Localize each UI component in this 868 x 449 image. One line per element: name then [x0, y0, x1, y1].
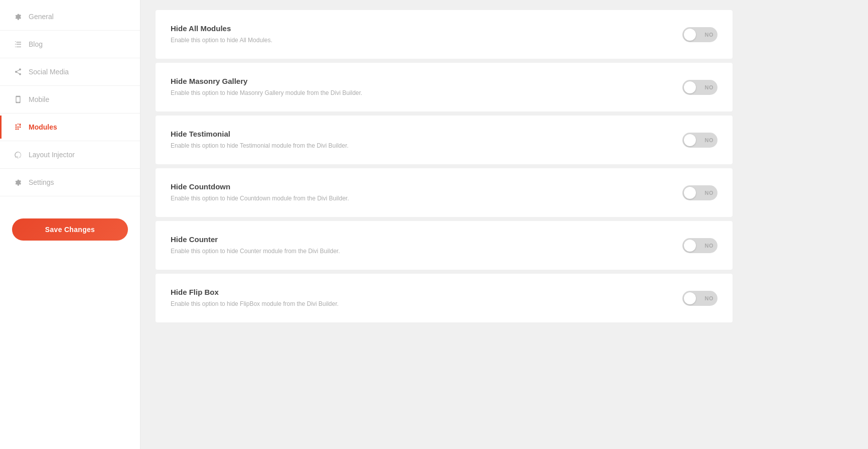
- sidebar-item-label: General: [29, 13, 54, 21]
- gear-icon: [14, 12, 23, 21]
- sidebar-item-label: Modules: [29, 123, 57, 131]
- right-panel: [748, 0, 868, 449]
- sidebar-divider-1: [0, 30, 140, 31]
- settings-icon: [14, 178, 23, 187]
- toggle-knob-hide-all-modules: [684, 29, 696, 41]
- module-desc-hide-testimonial: Enable this option to hide Testimonial m…: [171, 141, 421, 150]
- toggle-hide-countdown[interactable]: NO: [682, 185, 717, 200]
- sidebar-divider-2: [0, 58, 140, 58]
- toggle-hide-counter[interactable]: NO: [682, 238, 717, 253]
- module-title-hide-counter: Hide Counter: [171, 235, 682, 244]
- toggle-label-hide-flip-box: NO: [705, 295, 714, 301]
- module-info-hide-masonry-gallery: Hide Masonry Gallery Enable this option …: [171, 77, 682, 97]
- sidebar-item-label: Social Media: [29, 68, 69, 76]
- module-desc-hide-countdown: Enable this option to hide Countdown mod…: [171, 194, 421, 203]
- module-card-hide-counter: Hide Counter Enable this option to hide …: [156, 221, 733, 270]
- toggle-knob-hide-flip-box: [684, 292, 696, 304]
- module-title-hide-testimonial: Hide Testimonial: [171, 130, 682, 138]
- module-title-hide-flip-box: Hide Flip Box: [171, 288, 682, 296]
- sidebar-divider-6: [0, 168, 140, 169]
- module-info-hide-testimonial: Hide Testimonial Enable this option to h…: [171, 130, 682, 150]
- module-info-hide-counter: Hide Counter Enable this option to hide …: [171, 235, 682, 256]
- sidebar-divider-3: [0, 85, 140, 86]
- module-info-hide-all-modules: Hide All Modules Enable this option to h…: [171, 24, 682, 45]
- toggle-label-hide-masonry-gallery: NO: [705, 84, 714, 90]
- sidebar-item-label: Blog: [29, 40, 43, 48]
- module-desc-hide-flip-box: Enable this option to hide FlipBox modul…: [171, 299, 421, 308]
- module-desc-hide-all-modules: Enable this option to hide All Modules.: [171, 36, 421, 45]
- sidebar-item-label: Layout Injector: [29, 151, 75, 159]
- toggle-hide-masonry-gallery[interactable]: NO: [682, 80, 717, 95]
- sidebar-divider-7: [0, 196, 140, 196]
- module-title-hide-masonry-gallery: Hide Masonry Gallery: [171, 77, 682, 85]
- module-card-hide-flip-box: Hide Flip Box Enable this option to hide…: [156, 274, 733, 322]
- sidebar: General Blog Social Media Mobile Modules: [0, 0, 140, 449]
- save-changes-button[interactable]: Save Changes: [12, 218, 128, 241]
- sidebar-item-social-media[interactable]: Social Media: [0, 60, 140, 83]
- save-button-container: Save Changes: [0, 208, 140, 251]
- mobile-icon: [14, 95, 23, 104]
- layout-icon: [14, 150, 23, 159]
- module-title-hide-countdown: Hide Countdown: [171, 182, 682, 191]
- module-desc-hide-masonry-gallery: Enable this option to hide Masonry Galle…: [171, 88, 421, 97]
- toggle-label-hide-countdown: NO: [705, 190, 714, 196]
- toggle-hide-testimonial[interactable]: NO: [682, 133, 717, 148]
- sidebar-item-blog[interactable]: Blog: [0, 33, 140, 56]
- module-info-hide-flip-box: Hide Flip Box Enable this option to hide…: [171, 288, 682, 308]
- toggle-label-hide-testimonial: NO: [705, 137, 714, 143]
- module-list: Hide All Modules Enable this option to h…: [156, 10, 733, 322]
- toggle-knob-hide-masonry-gallery: [684, 81, 696, 93]
- toggle-label-hide-counter: NO: [705, 243, 714, 249]
- module-desc-hide-counter: Enable this option to hide Counter modul…: [171, 247, 421, 256]
- share-icon: [14, 67, 23, 76]
- modules-icon: [14, 123, 23, 132]
- sidebar-item-general[interactable]: General: [0, 5, 140, 28]
- sidebar-item-settings[interactable]: Settings: [0, 171, 140, 194]
- sidebar-item-modules[interactable]: Modules: [0, 116, 140, 139]
- toggle-knob-hide-counter: [684, 240, 696, 252]
- main-content: Hide All Modules Enable this option to h…: [140, 0, 748, 449]
- blog-icon: [14, 40, 23, 49]
- toggle-label-hide-all-modules: NO: [705, 32, 714, 38]
- sidebar-item-label: Mobile: [29, 95, 49, 103]
- toggle-hide-flip-box[interactable]: NO: [682, 291, 717, 306]
- sidebar-divider-4: [0, 113, 140, 114]
- sidebar-divider-5: [0, 141, 140, 141]
- module-title-hide-all-modules: Hide All Modules: [171, 24, 682, 33]
- sidebar-item-label: Settings: [29, 178, 54, 186]
- toggle-knob-hide-countdown: [684, 187, 696, 199]
- module-info-hide-countdown: Hide Countdown Enable this option to hid…: [171, 182, 682, 203]
- toggle-knob-hide-testimonial: [684, 134, 696, 146]
- module-card-hide-countdown: Hide Countdown Enable this option to hid…: [156, 168, 733, 217]
- sidebar-item-layout-injector[interactable]: Layout Injector: [0, 143, 140, 166]
- sidebar-item-mobile[interactable]: Mobile: [0, 88, 140, 111]
- module-card-hide-all-modules: Hide All Modules Enable this option to h…: [156, 10, 733, 59]
- module-card-hide-testimonial: Hide Testimonial Enable this option to h…: [156, 116, 733, 164]
- toggle-hide-all-modules[interactable]: NO: [682, 27, 717, 42]
- module-card-hide-masonry-gallery: Hide Masonry Gallery Enable this option …: [156, 63, 733, 111]
